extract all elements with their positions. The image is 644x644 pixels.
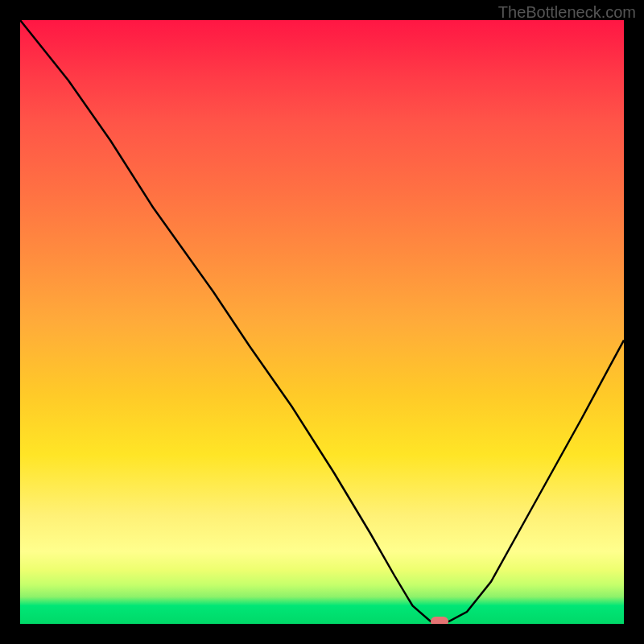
curve-svg bbox=[20, 20, 624, 624]
curve-path bbox=[20, 20, 624, 621]
plot-area bbox=[20, 20, 624, 624]
watermark-text: TheBottleneck.com bbox=[498, 3, 636, 22]
optimum-marker bbox=[431, 617, 448, 624]
